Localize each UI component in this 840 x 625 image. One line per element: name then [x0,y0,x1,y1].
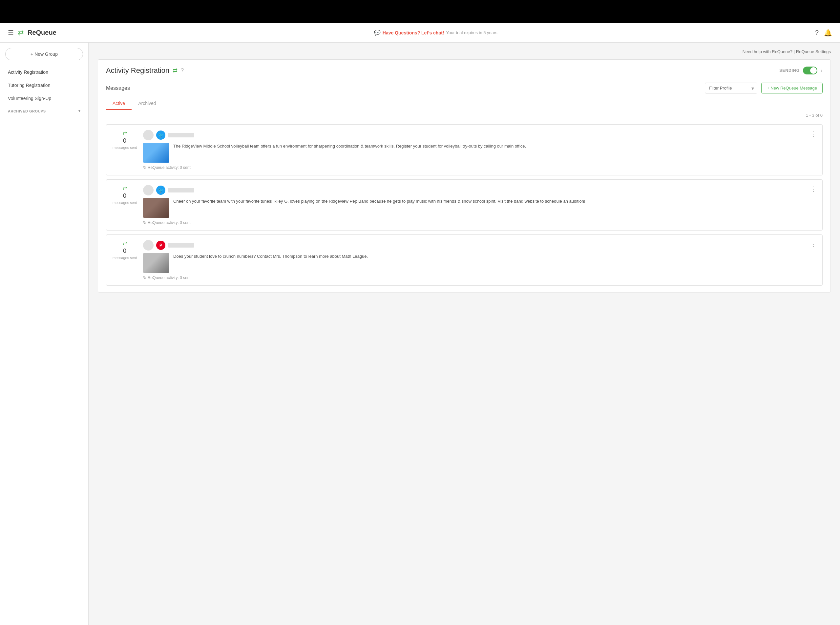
msg-sent-label-3: messages sent [112,256,137,260]
requeue-activity-text-2: ReQueue activity: 0 sent [148,220,191,225]
separator: | [794,49,796,54]
app-title: ReQueue [28,29,56,36]
archived-groups-label: ARCHIVED GROUPS [8,109,46,113]
thumbnail-3 [143,253,169,273]
message-item-3: ⇄ 0 messages sent P Does your student lo… [106,235,823,286]
main-header: ☰ ⇄ ReQueue 💬 Have Questions? Let's chat… [0,23,840,43]
help-icon[interactable]: ? [815,29,819,36]
filter-profile-select[interactable]: Filter Profile [705,82,757,93]
group-chevron-right[interactable]: › [821,67,823,74]
header-left: ☰ ⇄ ReQueue [8,28,56,37]
sidebar-item-volunteering-signup[interactable]: Volunteering Sign-Up [0,92,88,105]
messages-section: Messages Filter Profile + New ReQueue Me… [106,82,823,286]
hamburger-icon[interactable]: ☰ [8,29,14,37]
main-content: Need help with ReQueue? | ReQueue Settin… [89,43,840,625]
message-body-2: 🐦 Cheer on your favorite team with your … [143,185,817,225]
message-meta-2: 🐦 [143,185,817,196]
avatar-3 [143,240,154,250]
messages-actions: Filter Profile + New ReQueue Message [705,82,823,93]
message-meta-3: P [143,240,817,250]
handle-3 [168,243,194,247]
requeue-activity-text-3: ReQueue activity: 0 sent [148,275,191,280]
settings-link[interactable]: ReQueue Settings [796,49,831,54]
msg-count-1: 0 [123,137,126,144]
requeue-activity-1: ↻ ReQueue activity: 0 sent [143,165,817,170]
group-help-icon[interactable]: ? [181,68,184,73]
more-button-1[interactable]: ⋮ [809,129,818,139]
bell-icon[interactable]: 🔔 [824,29,832,37]
twitter-badge-1: 🐦 [156,131,165,140]
more-button-2[interactable]: ⋮ [809,183,818,194]
new-group-button[interactable]: + New Group [5,48,83,60]
group-header: Activity Registration ⇄ ? SENDING › [106,66,823,75]
message-item-2: ⇄ 0 messages sent 🐦 Cheer on your favori… [106,179,823,230]
avatar-2 [143,185,154,196]
pinterest-badge-3: P [156,241,165,250]
new-message-button[interactable]: + New ReQueue Message [761,82,823,93]
avatar-1 [143,130,154,140]
tab-archived[interactable]: Archived [132,97,162,110]
tab-active[interactable]: Active [106,97,132,110]
message-meta-1: 🐦 [143,130,817,140]
shuffle-icon-3: ⇄ [123,240,127,246]
shuffle-icon[interactable]: ⇄ [173,67,178,74]
thumbnail-2 [143,198,169,218]
requeue-icon-3: ↻ [143,275,146,280]
msg-sent-label-1: messages sent [112,146,137,149]
top-links: Need help with ReQueue? | ReQueue Settin… [98,49,831,54]
pagination-info: 1 - 3 of 0 [106,110,823,120]
sidebar-item-activity-registration[interactable]: Activity Registration [0,65,88,79]
shuffle-icon-1: ⇄ [123,130,127,136]
sidebar-nav: Activity Registration Tutoring Registrat… [0,65,88,105]
archived-groups[interactable]: ARCHIVED GROUPS ▾ [0,105,88,117]
header-right: ? 🔔 [815,29,832,37]
requeue-icon-2: ↻ [143,220,146,225]
chat-bubble-icon: 💬 [374,30,380,36]
message-content-3: Does your student love to crunch numbers… [143,253,817,273]
requeue-activity-2: ↻ ReQueue activity: 0 sent [143,220,817,225]
message-text-3: Does your student love to crunch numbers… [173,253,368,273]
twitter-badge-2: 🐦 [156,186,165,195]
message-text-2: Cheer on your favorite team with your fa… [173,198,585,218]
sending-label: SENDING [779,68,799,73]
messages-header: Messages Filter Profile + New ReQueue Me… [106,82,823,93]
messages-title: Messages [106,85,130,91]
message-left-2: ⇄ 0 messages sent [112,185,138,205]
more-button-3[interactable]: ⋮ [809,239,818,249]
thumbnail-1 [143,143,169,163]
sending-toggle[interactable] [803,67,817,75]
msg-count-3: 0 [123,247,126,255]
app-layout: + New Group Activity Registration Tutori… [0,43,840,625]
filter-wrapper: Filter Profile [705,82,757,93]
chat-link[interactable]: Have Questions? Let's chat! [383,30,444,36]
message-text-1: The RidgeView Middle School volleyball t… [173,143,526,163]
top-bar [0,0,840,23]
msg-sent-label-2: messages sent [112,201,137,205]
sidebar: + New Group Activity Registration Tutori… [0,43,89,625]
message-body-1: 🐦 The RidgeView Middle School volleyball… [143,130,817,170]
trial-text: Your trial expires in 5 years [446,30,497,35]
message-content-2: Cheer on your favorite team with your fa… [143,198,817,218]
message-item: ⇄ 0 messages sent 🐦 The RidgeView Middle [106,124,823,176]
shuffle-icon-2: ⇄ [123,185,127,191]
handle-2 [168,188,194,193]
group-title-area: Activity Registration ⇄ ? [106,66,184,75]
archived-groups-chevron: ▾ [78,109,81,113]
requeue-activity-text-1: ReQueue activity: 0 sent [148,165,191,170]
help-link[interactable]: Need help with ReQueue? [743,49,793,54]
message-content-1: The RidgeView Middle School volleyball t… [143,143,817,163]
header-center: 💬 Have Questions? Let's chat! Your trial… [56,30,815,36]
message-body-3: P Does your student love to crunch numbe… [143,240,817,280]
sidebar-item-tutoring-registration[interactable]: Tutoring Registration [0,79,88,92]
requeue-activity-3: ↻ ReQueue activity: 0 sent [143,275,817,280]
msg-count-2: 0 [123,193,126,199]
message-left-1: ⇄ 0 messages sent [112,130,138,149]
logo-icon: ⇄ [18,28,23,37]
group-title: Activity Registration [106,66,169,75]
requeue-icon-1: ↻ [143,165,146,170]
message-left-3: ⇄ 0 messages sent [112,240,138,260]
sending-area: SENDING › [779,67,823,75]
tabs: Active Archived [106,97,823,110]
group-card: Activity Registration ⇄ ? SENDING › Mess… [98,59,831,292]
handle-1 [168,133,194,137]
